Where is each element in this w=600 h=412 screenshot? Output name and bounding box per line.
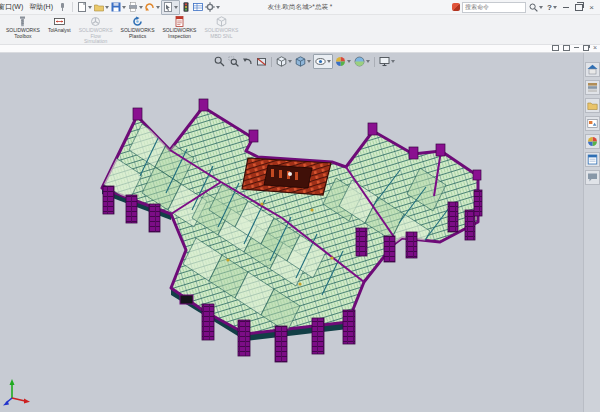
- addin-tolanalyst[interactable]: TolAnalyst: [44, 15, 75, 34]
- toolbar-separator: [374, 57, 375, 67]
- graphics-viewport[interactable]: [0, 52, 600, 412]
- rebuild-button[interactable]: [180, 1, 192, 14]
- appearance-ball-icon: [335, 56, 346, 67]
- custom-properties-tab[interactable]: [585, 152, 600, 167]
- print-button[interactable]: [127, 1, 144, 14]
- dropdown-caret-icon[interactable]: [539, 6, 543, 9]
- toolbox-bolt-icon: [17, 16, 28, 27]
- addin-solidworks-toolbox[interactable]: SOLIDWORKS Toolbox: [2, 15, 44, 39]
- dropdown-caret-icon[interactable]: [122, 6, 126, 9]
- red-core-formwork: [242, 158, 331, 195]
- heads-up-view-toolbar: [213, 54, 396, 69]
- restore-button[interactable]: [573, 2, 584, 13]
- new-document-button[interactable]: [76, 1, 93, 14]
- addin-label: Plastics: [129, 34, 146, 40]
- command-search-box[interactable]: [462, 2, 526, 13]
- addin-solidworks-plastics[interactable]: SOLIDWORKS Plastics: [117, 15, 159, 39]
- document-close-icon[interactable]: ×: [593, 44, 597, 51]
- hide-show-items-button[interactable]: [313, 54, 333, 69]
- previous-view-button[interactable]: [241, 55, 254, 68]
- document-restore-icon[interactable]: [583, 45, 589, 51]
- section-view-button[interactable]: [255, 55, 268, 68]
- save-button[interactable]: [110, 1, 127, 14]
- addin-label: Inspection: [168, 34, 191, 40]
- solidworks-logo-icon: [452, 3, 460, 11]
- addin-label: MBD SNL: [210, 34, 232, 40]
- dropdown-caret-icon[interactable]: [174, 6, 178, 9]
- dropdown-caret-icon[interactable]: [156, 6, 160, 9]
- search-button[interactable]: [528, 1, 544, 14]
- standard-toolbar: [76, 0, 221, 15]
- zoom-to-fit-button[interactable]: [213, 55, 226, 68]
- picture-icon: [587, 118, 598, 129]
- open-document-button[interactable]: [93, 1, 110, 14]
- undo-button[interactable]: [144, 1, 161, 14]
- addin-label: Toolbox: [14, 34, 31, 40]
- inspection-icon: [174, 16, 185, 27]
- section-view-icon: [256, 56, 267, 67]
- addin-solidworks-mbd-snl[interactable]: SOLIDWORKS MBD SNL: [200, 15, 242, 39]
- tolanalyst-icon: [54, 16, 65, 27]
- dropdown-caret-icon[interactable]: [88, 6, 92, 9]
- help-button[interactable]: ?: [546, 1, 558, 14]
- file-properties-icon: [193, 2, 203, 12]
- options-button[interactable]: [204, 1, 221, 14]
- toolbar-separator: [271, 57, 272, 67]
- addin-solidworks-inspection[interactable]: SOLIDWORKS Inspection: [159, 15, 201, 39]
- solidworks-forum-tab[interactable]: [585, 170, 600, 185]
- dropdown-caret-icon[interactable]: [105, 6, 109, 9]
- command-manager-addins-toolbar: SOLIDWORKS Toolbox TolAnalyst SOLIDWORKS…: [0, 14, 600, 45]
- dropdown-caret-icon[interactable]: [139, 6, 143, 9]
- search-input[interactable]: [465, 4, 523, 10]
- appearances-scenes-tab[interactable]: [585, 134, 600, 149]
- select-button[interactable]: [161, 0, 180, 15]
- addin-label: TolAnalyst: [48, 28, 71, 34]
- dropdown-caret-icon[interactable]: [327, 60, 331, 63]
- dropdown-caret-icon[interactable]: [553, 6, 557, 9]
- dropdown-caret-icon[interactable]: [366, 60, 370, 63]
- design-library-tab[interactable]: [585, 80, 600, 95]
- file-explorer-tab[interactable]: [585, 98, 600, 113]
- tile-window-icon[interactable]: [552, 45, 559, 51]
- select-page-icon: [163, 2, 173, 12]
- dropdown-caret-icon[interactable]: [288, 60, 292, 63]
- document-window-controls: ×: [552, 44, 597, 51]
- apply-scene-button[interactable]: [353, 55, 371, 68]
- zoom-to-area-icon: [228, 56, 239, 67]
- open-folder-icon: [94, 2, 104, 12]
- zoom-to-area-button[interactable]: [227, 55, 240, 68]
- dropdown-caret-icon[interactable]: [307, 60, 311, 63]
- addin-solidworks-flow-simulation[interactable]: SOLIDWORKS Flow Simulation: [75, 15, 117, 45]
- edit-appearance-button[interactable]: [334, 55, 352, 68]
- model-3d-view[interactable]: [0, 52, 584, 412]
- reference-triad: [3, 379, 30, 406]
- dropdown-caret-icon[interactable]: [347, 60, 351, 63]
- cascade-window-icon[interactable]: [563, 45, 570, 51]
- document-minimize-icon[interactable]: [574, 47, 579, 48]
- view-palette-tab[interactable]: [585, 116, 600, 131]
- help-icon: ?: [547, 3, 552, 12]
- previous-view-icon: [242, 56, 253, 67]
- toolbar-separator: [72, 2, 73, 12]
- search-icon: [529, 3, 538, 12]
- close-button[interactable]: ×: [586, 2, 597, 13]
- mbd-cube-icon: [216, 16, 227, 27]
- file-properties-button[interactable]: [192, 1, 204, 14]
- view-settings-button[interactable]: [378, 55, 396, 68]
- dropdown-caret-icon[interactable]: [391, 60, 395, 63]
- scene-ball-icon: [354, 56, 365, 67]
- print-icon: [128, 2, 138, 12]
- books-icon: [587, 82, 598, 93]
- menu-help[interactable]: 帮助(H): [26, 2, 56, 12]
- dropdown-caret-icon[interactable]: [216, 6, 220, 9]
- addin-label: Simulation: [84, 39, 107, 45]
- display-style-button[interactable]: [294, 55, 312, 68]
- eye-icon: [315, 56, 326, 67]
- menu-window[interactable]: 窗口(W): [0, 2, 26, 12]
- appearance-ball-icon: [587, 136, 598, 147]
- pin-icon[interactable]: [59, 3, 66, 11]
- view-orientation-button[interactable]: [275, 55, 293, 68]
- minimize-button[interactable]: [560, 2, 571, 13]
- solidworks-resources-tab[interactable]: [585, 62, 600, 77]
- monitor-icon: [379, 56, 390, 67]
